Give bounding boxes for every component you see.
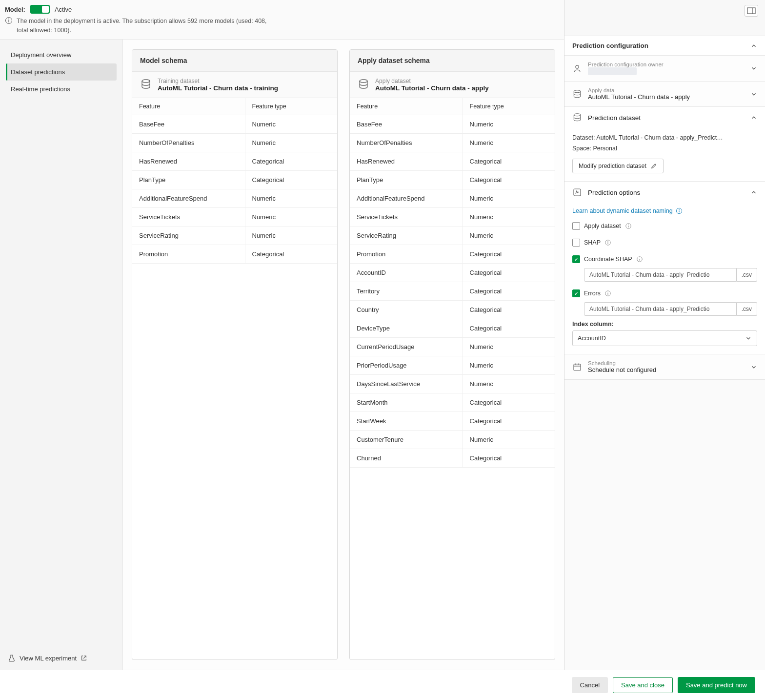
config-title-row[interactable]: Prediction configuration bbox=[564, 36, 765, 56]
file-ext-label: .csv bbox=[737, 268, 757, 282]
errors-checkbox[interactable] bbox=[572, 289, 580, 297]
table-row: TerritoryCategorical bbox=[350, 282, 555, 300]
type-cell: Numeric bbox=[245, 133, 337, 152]
nav-realtime-predictions[interactable]: Real-time predictions bbox=[6, 81, 117, 98]
type-cell: Categorical bbox=[463, 393, 555, 412]
apply-dataset-checkbox[interactable] bbox=[572, 222, 580, 230]
table-row: NumberOfPenaltiesNumeric bbox=[350, 133, 555, 152]
external-link-icon bbox=[81, 655, 87, 661]
type-cell: Categorical bbox=[463, 412, 555, 430]
index-column-select[interactable]: AccountID bbox=[572, 330, 757, 346]
type-cell: Categorical bbox=[463, 170, 555, 189]
type-cell: Numeric bbox=[463, 337, 555, 356]
svg-point-2 bbox=[8, 19, 9, 20]
table-row: AdditionalFeatureSpendNumeric bbox=[132, 189, 337, 207]
feature-cell: PlanType bbox=[132, 170, 245, 189]
feature-cell: CurrentPeriodUsage bbox=[350, 337, 463, 356]
type-cell: Categorical bbox=[463, 282, 555, 300]
coord-shap-cb-label: Coordinate SHAP bbox=[584, 256, 632, 263]
info-icon bbox=[5, 17, 13, 24]
table-row: PriorPeriodUsageNumeric bbox=[350, 356, 555, 374]
type-cell: Categorical bbox=[463, 245, 555, 263]
feature-cell: ServiceTickets bbox=[132, 207, 245, 226]
apply-schema-title: Apply dataset schema bbox=[350, 50, 555, 72]
table-row: ServiceTicketsNumeric bbox=[132, 207, 337, 226]
options-icon bbox=[572, 187, 582, 197]
table-row: ServiceRatingNumeric bbox=[132, 226, 337, 245]
table-row: ServiceRatingNumeric bbox=[350, 226, 555, 245]
chevron-up-icon bbox=[750, 189, 757, 196]
view-ml-experiment-link[interactable]: View ML experiment bbox=[0, 646, 122, 670]
feature-cell: Promotion bbox=[132, 245, 245, 263]
type-cell: Numeric bbox=[463, 207, 555, 226]
type-cell: Categorical bbox=[463, 319, 555, 337]
type-cell: Numeric bbox=[463, 356, 555, 374]
svg-point-22 bbox=[639, 258, 640, 258]
model-label: Model: bbox=[5, 6, 25, 13]
feature-cell: BaseFee bbox=[350, 115, 463, 133]
svg-point-19 bbox=[607, 241, 608, 242]
prediction-options-title: Prediction options bbox=[588, 189, 745, 196]
model-schema-card: Model schema Training dataset AutoML Tut… bbox=[132, 49, 338, 660]
nav-dataset-predictions[interactable]: Dataset predictions bbox=[6, 63, 117, 81]
owner-label: Prediction configuration owner bbox=[588, 62, 745, 67]
owner-value-redacted bbox=[588, 67, 637, 75]
flask-icon bbox=[8, 654, 16, 662]
learn-dynamic-naming-link[interactable]: Learn about dynamic dataset naming bbox=[572, 207, 683, 214]
table-row: CountryCategorical bbox=[350, 300, 555, 319]
shap-checkbox[interactable] bbox=[572, 239, 580, 247]
type-cell: Categorical bbox=[463, 300, 555, 319]
save-close-button[interactable]: Save and close bbox=[613, 677, 673, 693]
model-info-text: The model in the deployment is active. T… bbox=[17, 17, 270, 35]
apply-feature-table: Feature Feature type BaseFeeNumericNumbe… bbox=[350, 98, 555, 468]
coord-shap-checkbox[interactable] bbox=[572, 255, 580, 263]
feature-cell: ServiceRating bbox=[132, 226, 245, 245]
user-icon bbox=[572, 63, 582, 73]
errors-filename-input[interactable] bbox=[584, 302, 737, 316]
feature-cell: BaseFee bbox=[132, 115, 245, 133]
shap-cb-label: SHAP bbox=[584, 239, 601, 246]
type-cell: Categorical bbox=[245, 170, 337, 189]
coord-shap-filename-input[interactable] bbox=[584, 268, 737, 282]
scheduling-accordion[interactable]: Scheduling Schedule not configured bbox=[564, 354, 765, 379]
scheduling-value: Schedule not configured bbox=[588, 366, 745, 373]
database-icon bbox=[572, 89, 582, 99]
feature-cell: DeviceType bbox=[350, 319, 463, 337]
apply-data-accordion[interactable]: Apply data AutoML Tutorial - Churn data … bbox=[564, 82, 765, 106]
cancel-button[interactable]: Cancel bbox=[572, 677, 608, 693]
type-cell: Numeric bbox=[463, 115, 555, 133]
feature-cell: HasRenewed bbox=[350, 152, 463, 170]
layout-icon bbox=[747, 7, 756, 14]
feature-cell: HasRenewed bbox=[132, 152, 245, 170]
save-predict-button[interactable]: Save and predict now bbox=[678, 677, 755, 693]
feature-cell: PlanType bbox=[350, 170, 463, 189]
col-type: Feature type bbox=[463, 98, 555, 115]
feature-cell: Churned bbox=[350, 449, 463, 467]
feature-cell: StartMonth bbox=[350, 393, 463, 412]
training-dataset-name: AutoML Tutorial - Churn data - training bbox=[158, 84, 278, 92]
table-row: DaysSinceLastServiceNumeric bbox=[350, 374, 555, 393]
table-row: HasRenewedCategorical bbox=[350, 152, 555, 170]
table-row: HasRenewedCategorical bbox=[132, 152, 337, 170]
svg-point-13 bbox=[679, 209, 680, 210]
owner-accordion[interactable]: Prediction configuration owner bbox=[564, 56, 765, 81]
table-row: PlanTypeCategorical bbox=[350, 170, 555, 189]
nav-deployment-overview[interactable]: Deployment overview bbox=[6, 46, 117, 63]
calendar-icon bbox=[572, 362, 582, 372]
modify-dataset-button[interactable]: Modify prediction dataset bbox=[572, 159, 664, 173]
svg-point-16 bbox=[628, 225, 628, 225]
svg-rect-26 bbox=[574, 364, 581, 371]
model-active-toggle[interactable] bbox=[30, 5, 50, 14]
prediction-options-accordion[interactable]: Prediction options bbox=[564, 182, 765, 203]
apply-schema-card: Apply dataset schema Apply dataset AutoM… bbox=[349, 49, 555, 660]
header: Model: Active The model in the deploymen… bbox=[0, 0, 564, 40]
apply-data-value: AutoML Tutorial - Churn data - apply bbox=[588, 93, 745, 101]
prediction-dataset-accordion[interactable]: Prediction dataset bbox=[564, 107, 765, 128]
panel-layout-icon[interactable] bbox=[745, 5, 758, 17]
svg-point-4 bbox=[360, 80, 367, 82]
learn-link-label: Learn about dynamic dataset naming bbox=[572, 207, 673, 214]
apply-dataset-name: AutoML Tutorial - Churn data - apply bbox=[375, 84, 489, 92]
feature-cell: AccountID bbox=[350, 263, 463, 282]
feature-cell: Promotion bbox=[350, 245, 463, 263]
dataset-line: Dataset: AutoML Tutorial - Churn data - … bbox=[572, 132, 757, 143]
